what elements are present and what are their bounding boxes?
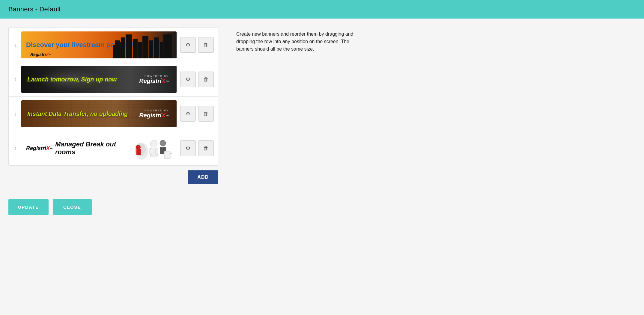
table-row: ↕ RegistriX™ Managed Break out rooms xyxy=(9,131,218,165)
drag-handle-1[interactable]: ↕ xyxy=(13,42,18,48)
svg-rect-9 xyxy=(149,40,153,58)
drag-handle-4[interactable]: ↕ xyxy=(13,145,18,152)
settings-button-1[interactable]: ⚙ xyxy=(180,37,196,53)
banner-2-actions: ⚙ 🗑 xyxy=(180,72,214,87)
banner-4-logo: RegistriX™ xyxy=(26,145,55,152)
drag-handle-3[interactable]: ↕ xyxy=(13,111,18,117)
svg-rect-11 xyxy=(160,42,163,58)
help-panel: Create new banners and reorder them by d… xyxy=(230,28,356,215)
top-bar: Banners - Default xyxy=(0,0,644,19)
gear-icon: ⚙ xyxy=(186,76,190,83)
settings-button-3[interactable]: ⚙ xyxy=(180,106,196,122)
banner-3-actions: ⚙ 🗑 xyxy=(180,106,214,122)
svg-rect-4 xyxy=(120,42,121,58)
trash-icon: 🗑 xyxy=(203,76,209,83)
banner-4-actions: ⚙ 🗑 xyxy=(180,140,214,156)
bottom-buttons: UPDATE CLOSE xyxy=(8,184,218,215)
close-button[interactable]: CLOSE xyxy=(53,199,92,215)
delete-button-2[interactable]: 🗑 xyxy=(198,72,214,87)
gear-icon: ⚙ xyxy=(186,145,190,152)
banner-2-logo: POWERED BY RegistriX™ xyxy=(139,75,172,84)
svg-point-21 xyxy=(160,140,166,146)
banner-3-text: Instant Data Transfer, no uploading xyxy=(26,110,139,117)
table-row: ↕ Instant Data Transfer, no uploading PO… xyxy=(9,97,218,131)
add-row: ADD xyxy=(8,166,218,184)
help-text: Create new banners and reorder them by d… xyxy=(236,31,356,53)
update-button[interactable]: UPDATE xyxy=(8,199,49,215)
trash-icon: 🗑 xyxy=(203,111,209,117)
city-skyline-icon xyxy=(112,31,172,58)
svg-rect-12 xyxy=(163,34,172,58)
trash-icon: 🗑 xyxy=(203,145,209,152)
svg-rect-5 xyxy=(126,34,132,58)
page-title: Banners - Default xyxy=(8,5,61,13)
svg-rect-10 xyxy=(154,37,159,58)
left-panel: ↕ Discover your livestream potential xyxy=(8,28,218,215)
svg-rect-3 xyxy=(121,37,125,58)
breakout-graphic-icon xyxy=(118,135,172,162)
drag-handle-2[interactable]: ↕ xyxy=(13,76,18,83)
delete-button-1[interactable]: 🗑 xyxy=(198,37,214,53)
banner-1-actions: ⚙ 🗑 xyxy=(180,37,214,53)
settings-button-2[interactable]: ⚙ xyxy=(180,72,196,87)
banner-preview-4: RegistriX™ Managed Break out rooms xyxy=(21,135,177,162)
table-row: ↕ Launch tomorrow, Sign up now POWERED B… xyxy=(9,62,218,97)
delete-button-4[interactable]: 🗑 xyxy=(198,140,214,156)
svg-rect-8 xyxy=(142,36,148,58)
svg-point-17 xyxy=(150,140,157,147)
banner-2-text: Launch tomorrow, Sign up now xyxy=(26,76,139,83)
table-row: ↕ Discover your livestream potential xyxy=(9,28,218,62)
svg-rect-23 xyxy=(164,151,170,159)
banner-4-graphic xyxy=(118,135,172,162)
trash-icon: 🗑 xyxy=(203,42,209,48)
svg-rect-16 xyxy=(136,149,141,155)
svg-rect-6 xyxy=(133,39,138,58)
banner-preview-1: Discover your livestream potential xyxy=(21,31,177,58)
banner-preview-3: Instant Data Transfer, no uploading POWE… xyxy=(21,100,177,127)
gear-icon: ⚙ xyxy=(186,42,190,48)
banner-1-logo: RegistriX™ xyxy=(30,52,51,57)
add-button[interactable]: ADD xyxy=(188,170,218,184)
banner-preview-2: Launch tomorrow, Sign up now POWERED BY … xyxy=(21,66,177,93)
banner-4-text: Managed Break out rooms xyxy=(55,140,118,156)
svg-point-15 xyxy=(136,145,141,150)
gear-icon: ⚙ xyxy=(186,110,190,117)
svg-rect-2 xyxy=(113,45,116,58)
settings-button-4[interactable]: ⚙ xyxy=(180,140,196,156)
banner-3-logo: POWERED BY RegistriX™ xyxy=(139,109,172,119)
banners-table: ↕ Discover your livestream potential xyxy=(8,28,218,166)
svg-rect-19 xyxy=(150,149,152,155)
delete-button-3[interactable]: 🗑 xyxy=(198,106,214,122)
svg-rect-7 xyxy=(138,42,142,58)
svg-rect-20 xyxy=(156,149,158,155)
